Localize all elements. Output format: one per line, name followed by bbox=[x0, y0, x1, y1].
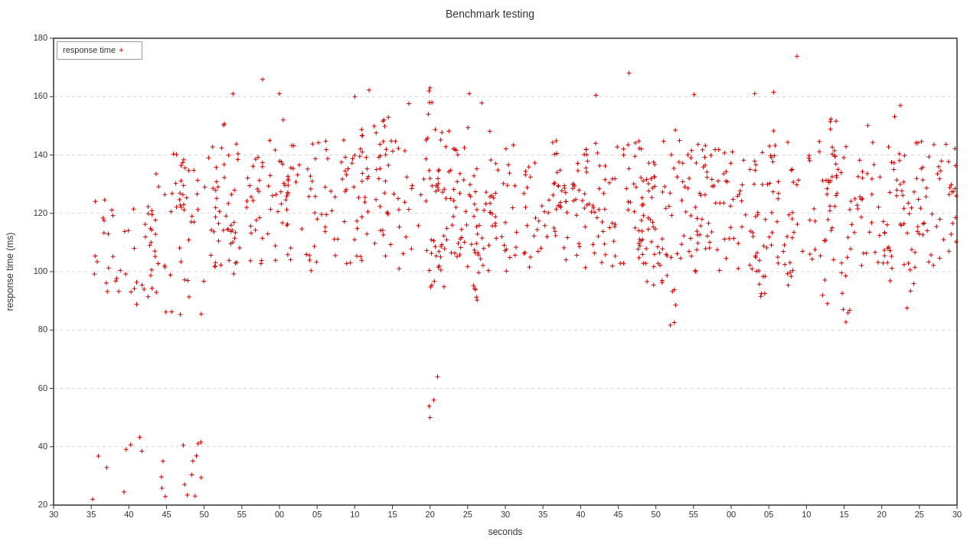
scatter-chart bbox=[0, 0, 980, 551]
chart-container bbox=[0, 0, 980, 551]
